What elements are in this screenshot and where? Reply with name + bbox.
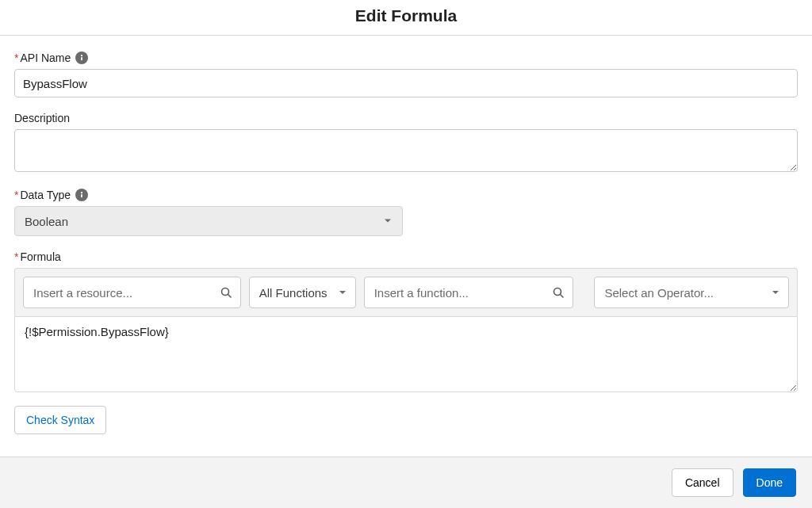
data-type-value: Boolean [25, 215, 68, 228]
api-name-input[interactable] [14, 69, 798, 97]
svg-line-7 [561, 295, 564, 298]
edit-formula-modal: Edit Formula *API Name Description [0, 0, 812, 508]
modal-body: *API Name Description *Data Type [0, 36, 812, 456]
svg-rect-1 [81, 57, 82, 60]
info-icon[interactable] [75, 189, 88, 201]
done-button[interactable]: Done [743, 468, 796, 497]
insert-resource-combo[interactable] [23, 277, 241, 308]
svg-point-0 [81, 55, 82, 56]
formula-toolbar: All Functions Select an Operator... [14, 268, 798, 316]
info-icon[interactable] [75, 52, 88, 64]
description-label: Description [14, 112, 70, 124]
search-icon [220, 286, 232, 299]
insert-function-input[interactable] [365, 277, 573, 307]
svg-line-5 [228, 295, 231, 298]
chevron-down-icon [771, 288, 780, 297]
description-label-line: Description [14, 112, 798, 124]
required-star-icon: * [14, 52, 18, 64]
required-star-icon: * [14, 250, 18, 263]
svg-point-2 [81, 192, 82, 193]
cancel-button[interactable]: Cancel [672, 468, 733, 497]
all-functions-label: All Functions [259, 286, 327, 300]
formula-field: *Formula All Functions [14, 250, 798, 434]
svg-rect-3 [81, 194, 82, 197]
formula-label-line: *Formula [14, 250, 798, 263]
data-type-label: *Data Type [14, 189, 71, 201]
data-type-label-line: *Data Type [14, 189, 798, 201]
api-name-label-line: *API Name [14, 52, 798, 64]
chevron-down-icon [383, 215, 393, 228]
check-syntax-button[interactable]: Check Syntax [14, 406, 106, 434]
search-icon [552, 286, 565, 299]
api-name-field: *API Name [14, 52, 798, 97]
description-textarea[interactable] [14, 129, 798, 172]
select-operator-placeholder: Select an Operator... [604, 286, 714, 300]
insert-function-combo[interactable] [364, 277, 574, 308]
description-field: Description [14, 112, 798, 174]
all-functions-select[interactable]: All Functions [249, 277, 356, 308]
select-operator-select[interactable]: Select an Operator... [594, 277, 789, 308]
data-type-field: *Data Type Boolean [14, 189, 798, 236]
modal-header: Edit Formula [0, 0, 812, 36]
formula-label: *Formula [14, 250, 61, 263]
insert-resource-input[interactable] [24, 277, 240, 307]
formula-textarea[interactable] [14, 316, 798, 392]
data-type-select: Boolean [14, 206, 403, 236]
api-name-label: *API Name [14, 52, 71, 64]
modal-title: Edit Formula [0, 6, 812, 25]
required-star-icon: * [14, 189, 18, 201]
chevron-down-icon [338, 288, 347, 297]
modal-footer: Cancel Done [0, 456, 812, 508]
